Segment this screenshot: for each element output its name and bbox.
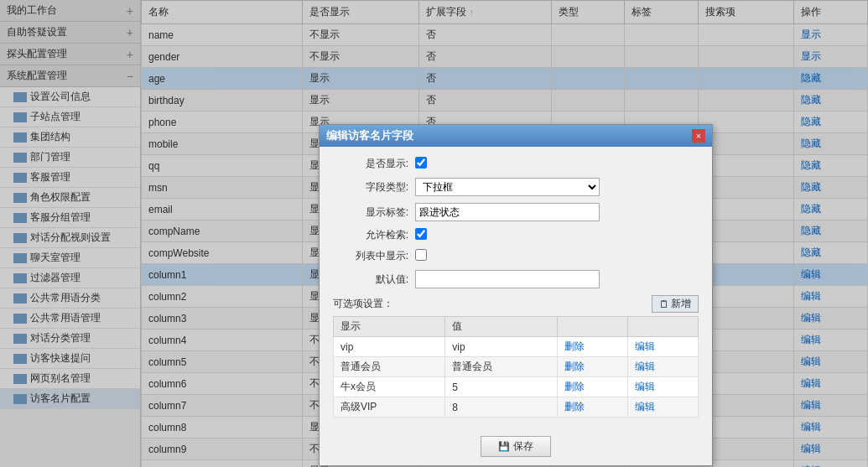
options-table: 显示 值 vipvip删除编辑普通会员普通会员删除编辑牛x会员5删除编辑高级VI…	[333, 316, 699, 418]
option-edit-link[interactable]: 编辑	[635, 381, 655, 392]
option-display: vip	[334, 337, 445, 357]
option-edit-link[interactable]: 编辑	[635, 340, 655, 352]
allow-search-row: 允许检索:	[333, 228, 699, 242]
field-type-select[interactable]: 下拉框 文本框 数字 日期	[415, 178, 600, 196]
default-input[interactable]	[415, 270, 600, 288]
option-row: vipvip删除编辑	[334, 337, 699, 357]
show-label: 是否显示:	[333, 157, 408, 171]
modal-title: 编辑访客名片字段	[326, 128, 413, 143]
options-col-value: 值	[445, 317, 557, 337]
default-row: 默认值:	[333, 270, 699, 288]
save-btn-label: 保存	[513, 439, 533, 454]
list-show-control	[415, 249, 699, 263]
option-delete-cell: 删除	[557, 357, 627, 377]
allow-search-label: 允许检索:	[333, 228, 408, 242]
modal-close-button[interactable]: ×	[692, 129, 705, 143]
list-show-label: 列表中显示:	[333, 249, 408, 263]
allow-search-checkbox[interactable]	[415, 228, 427, 240]
options-header-row: 显示 值	[334, 317, 699, 337]
option-edit-cell: 编辑	[627, 357, 698, 377]
option-edit-cell: 编辑	[627, 337, 698, 357]
list-show-checkbox[interactable]	[415, 249, 427, 261]
default-control	[415, 270, 699, 288]
options-header: 可选项设置： 🗒 新增	[333, 295, 699, 313]
option-delete-link[interactable]: 删除	[564, 340, 585, 352]
add-icon: 🗒	[659, 298, 669, 310]
field-type-row: 字段类型: 下拉框 文本框 数字 日期	[333, 178, 699, 196]
option-edit-cell: 编辑	[627, 397, 698, 418]
allow-search-control	[415, 228, 699, 242]
field-type-label: 字段类型:	[333, 180, 408, 195]
options-section: 可选项设置： 🗒 新增 显示 值	[333, 295, 699, 418]
option-value: 8	[445, 397, 557, 418]
option-delete-link[interactable]: 删除	[564, 361, 585, 372]
display-label-input[interactable]	[415, 203, 600, 221]
options-col-edit	[627, 317, 698, 337]
show-row: 是否显示:	[333, 157, 699, 171]
option-edit-cell: 编辑	[627, 377, 698, 397]
option-display: 普通会员	[334, 357, 445, 377]
save-button[interactable]: 💾 保存	[481, 436, 551, 457]
modal-overlay: 编辑访客名片字段 × 是否显示: 字段类型: 下拉框 文本框 数字 日期	[0, 0, 868, 467]
options-body: vipvip删除编辑普通会员普通会员删除编辑牛x会员5删除编辑高级VIP8删除编…	[334, 337, 699, 418]
options-label: 可选项设置：	[333, 297, 393, 311]
add-option-button[interactable]: 🗒 新增	[652, 295, 699, 313]
option-value: vip	[445, 337, 557, 357]
option-display: 牛x会员	[334, 377, 445, 397]
modal-title-bar: 编辑访客名片字段 ×	[320, 125, 712, 147]
list-show-row: 列表中显示:	[333, 249, 699, 263]
option-value: 5	[445, 377, 557, 397]
show-checkbox[interactable]	[415, 157, 427, 169]
display-label-row: 显示标签:	[333, 203, 699, 221]
display-label-control	[415, 203, 699, 221]
display-label-label: 显示标签:	[333, 205, 408, 220]
option-delete-cell: 删除	[557, 377, 627, 397]
options-col-display: 显示	[334, 317, 445, 337]
edit-field-modal: 编辑访客名片字段 × 是否显示: 字段类型: 下拉框 文本框 数字 日期	[319, 124, 713, 466]
modal-footer: 💾 保存	[320, 428, 712, 465]
show-control	[415, 157, 699, 171]
field-type-control: 下拉框 文本框 数字 日期	[415, 178, 699, 196]
option-delete-cell: 删除	[557, 397, 627, 418]
option-row: 牛x会员5删除编辑	[334, 377, 699, 397]
option-edit-link[interactable]: 编辑	[635, 361, 655, 372]
option-edit-link[interactable]: 编辑	[635, 401, 655, 413]
option-value: 普通会员	[445, 357, 557, 377]
add-btn-label: 新增	[671, 297, 691, 311]
option-row: 高级VIP8删除编辑	[334, 397, 699, 418]
option-delete-link[interactable]: 删除	[564, 381, 585, 392]
options-col-del	[557, 317, 627, 337]
modal-body: 是否显示: 字段类型: 下拉框 文本框 数字 日期	[320, 147, 712, 428]
option-display: 高级VIP	[334, 397, 445, 418]
default-label: 默认值:	[333, 272, 408, 287]
option-row: 普通会员普通会员删除编辑	[334, 357, 699, 377]
save-icon: 💾	[498, 441, 510, 452]
option-delete-link[interactable]: 删除	[564, 401, 585, 413]
option-delete-cell: 删除	[557, 337, 627, 357]
